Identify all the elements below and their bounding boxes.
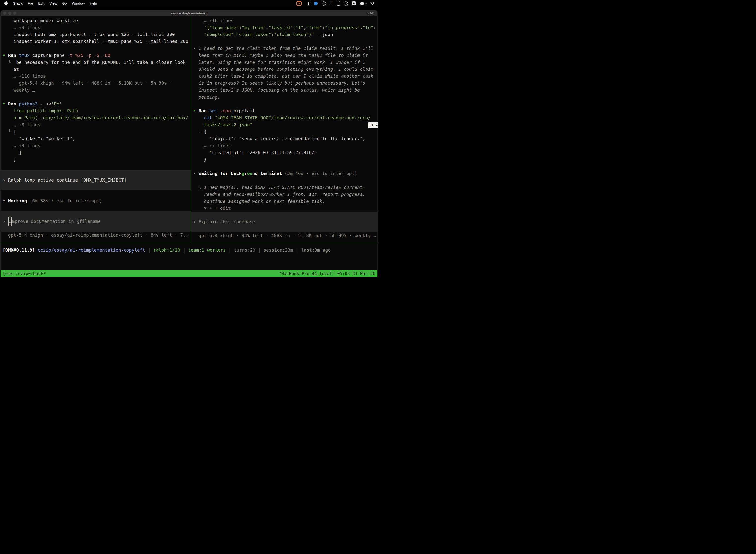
- terminal-line: … +110 lines: [1, 73, 191, 80]
- prompt-chevron-icon: ›: [3, 177, 8, 184]
- battery-icon[interactable]: [360, 2, 366, 5]
- terminal-line: from pathlib import Path: [1, 107, 191, 114]
- apple-menu-icon[interactable]: [4, 2, 8, 5]
- ran-tmux-capture-line: • Ran tmux capture-pane -t %25 -p -S -80: [1, 52, 191, 59]
- dots-grid-icon[interactable]: ⠿: [330, 2, 333, 5]
- active-app-name[interactable]: Slack: [11, 1, 25, 5]
- terminal-line: inspect_hud: omx sparkshell --tmux-pane …: [1, 31, 191, 38]
- tmux-session-label: [omx-cczip0:bash*: [3, 271, 46, 276]
- terminal-pane-right[interactable]: … +16 lines '{"team_name":"my-team","tas…: [191, 16, 377, 243]
- terminal-line: inspect_worker-1: omx sparkshell --tmux-…: [1, 38, 191, 45]
- terminal-line: └ be necessary for the end of the README…: [1, 59, 191, 66]
- blank-line: [191, 101, 377, 107]
- terminal-line: tasks/task-2.json": [191, 121, 377, 128]
- terminal-line: task2 after task1 is complete, but can I…: [191, 73, 377, 80]
- battery-percent-icon[interactable]: 61: [344, 1, 348, 6]
- terminal-line: '{"team_name":"my-team","task_id":"1","f…: [191, 24, 377, 31]
- omx-status-segment: |: [180, 247, 188, 253]
- prompt-input-left[interactable]: › Improve documentation in @filename: [1, 211, 191, 232]
- omx-status-segment: [35, 247, 38, 253]
- terminal-line: … +3 lines: [1, 121, 191, 128]
- terminal-line: gpt-5.4 xhigh · 94% left · 488K in · 5.1…: [1, 80, 191, 87]
- terminal-line: "created_at": "2026-03-31T11:59:27.816Z": [191, 149, 377, 156]
- menu-window[interactable]: Window: [69, 1, 87, 5]
- ralph-loop-input[interactable]: › Ralph loop active continue [OMX_TMUX_I…: [1, 170, 191, 190]
- omx-status-segment: ralph:1/10: [153, 247, 180, 253]
- terminal-line: "subject": "send a concise recommendatio…: [191, 135, 377, 142]
- omx-status-segment: turns:20: [234, 247, 255, 253]
- terminal-line: workspace_mode: worktree: [1, 17, 191, 24]
- phone-icon[interactable]: [337, 1, 340, 6]
- pane-divider-horizontal[interactable]: [1, 243, 377, 243]
- window-shortcut-hint: ⌥⌘1: [366, 11, 375, 15]
- prompt-chevron-icon: ›: [3, 218, 8, 225]
- omx-status-segment: |: [226, 247, 234, 253]
- omx-status-segment: last:3m ago: [301, 247, 331, 253]
- ran-set-line: • Ran set -euo pipefail: [191, 107, 377, 114]
- grid-icon[interactable]: [306, 2, 310, 5]
- screen: Slack FileEditViewGoWindowHelp ⠿ 61 A: [0, 0, 378, 277]
- menubar: Slack FileEditViewGoWindowHelp ⠿ 61 A: [0, 0, 378, 7]
- pane-status-line: gpt-5.4 xhigh · essay/ai-reimplementatio…: [1, 232, 191, 238]
- terminal-line: └ {: [1, 128, 191, 135]
- dark-app-icon[interactable]: [322, 1, 326, 6]
- blank-line: [1, 190, 191, 197]
- screen-tooltip: Scre: [368, 122, 378, 128]
- terminal-pane-left[interactable]: workspace_mode: worktree … +9 lines insp…: [1, 16, 191, 243]
- menu-go[interactable]: Go: [60, 1, 69, 5]
- blue-app-icon[interactable]: [314, 2, 318, 5]
- menubar-left: Slack FileEditViewGoWindowHelp: [0, 1, 100, 5]
- wifi-icon[interactable]: [370, 2, 375, 5]
- terminal-line: cat "$OMX_TEAM_STATE_ROOT/team/review-cu…: [191, 114, 377, 121]
- prompt-text: Explain this codebase: [199, 218, 255, 225]
- blank-line: [191, 38, 377, 45]
- ran-python-line: • Ran python3 - <<'PY': [1, 101, 191, 107]
- menubar-menus: FileEditViewGoWindowHelp: [25, 1, 100, 5]
- blank-line: [1, 94, 191, 101]
- edit-hint-line: ⌥ + ↑ edit: [191, 205, 377, 212]
- mailbox-message-line: ↳ 1 new msg(s): read $OMX_TEAM_STATE_ROO…: [191, 184, 377, 191]
- omx-status-segment: session:23m: [263, 247, 293, 253]
- blank-line: [1, 45, 191, 52]
- terminal-line: pending.: [191, 94, 377, 101]
- omx-status-segment: cczip/essay/ai-reimplementation-copyleft: [38, 247, 145, 253]
- menu-file[interactable]: File: [25, 1, 36, 5]
- window-titlebar[interactable]: omx --xhigh --madmax ⌥⌘1: [1, 10, 377, 16]
- input-source-icon[interactable]: A: [352, 1, 356, 5]
- terminal-line: weekly …: [1, 87, 191, 94]
- pane-right-content: … +16 lines '{"team_name":"my-team","tas…: [191, 16, 377, 239]
- menu-view[interactable]: View: [47, 1, 60, 5]
- omx-status-segment: |: [145, 247, 153, 253]
- terminal-line: "worker": "worker-1",: [1, 135, 191, 142]
- prompt-text: mprove documentation in @filename: [12, 218, 101, 225]
- terminal-line: p = Path('.omx/state/team/review-current…: [1, 114, 191, 121]
- terminal-line: "completed","claim_token":"claim-token"}…: [191, 31, 377, 38]
- terminal-line: … +16 lines: [191, 17, 377, 24]
- menu-help[interactable]: Help: [87, 1, 100, 5]
- terminal-line: keep that in mind. Maybe I also need the…: [191, 52, 377, 59]
- omx-status-segment: [OMX#0.11.9]: [3, 247, 35, 253]
- terminal-line: └ {: [191, 128, 377, 135]
- prompt-text: Ralph loop active continue [OMX_TMUX_INJ…: [8, 177, 126, 184]
- prompt-chevron-icon: ›: [193, 218, 199, 225]
- terminal-line: }: [1, 156, 191, 163]
- menu-edit[interactable]: Edit: [36, 1, 47, 5]
- terminal-line: ]: [1, 149, 191, 156]
- thinking-line: • I need to get the claim token from the…: [191, 45, 377, 52]
- tmux-status-bar: [omx-cczip0:bash* "MacBook-Pro-44.local"…: [1, 270, 377, 277]
- menubar-status-icons: ⠿ 61 A: [296, 0, 378, 7]
- screen-recording-icon[interactable]: [296, 1, 302, 6]
- terminal-line: readme-and-reco/mailbox/worker-1.json, a…: [191, 191, 377, 198]
- text-cursor: I: [8, 217, 12, 226]
- omx-status-bar: [OMX#0.11.9] cczip/essay/ai-reimplementa…: [1, 247, 377, 254]
- omx-status-segment: team:1 workers: [188, 247, 226, 253]
- omx-status-segment: |: [255, 247, 264, 253]
- prompt-input-right[interactable]: › Explain this codebase: [191, 212, 377, 232]
- working-status-line: • Working (6m 38s • esc to interrupt): [1, 197, 191, 204]
- terminal-line: at: [1, 66, 191, 73]
- terminal-line: … +9 lines: [1, 24, 191, 31]
- blank-line: [191, 177, 377, 184]
- terminal-window: omx --xhigh --madmax ⌥⌘1 workspace_mode:…: [0, 10, 378, 277]
- blank-line: [1, 163, 191, 170]
- omx-status-segment: |: [293, 247, 301, 253]
